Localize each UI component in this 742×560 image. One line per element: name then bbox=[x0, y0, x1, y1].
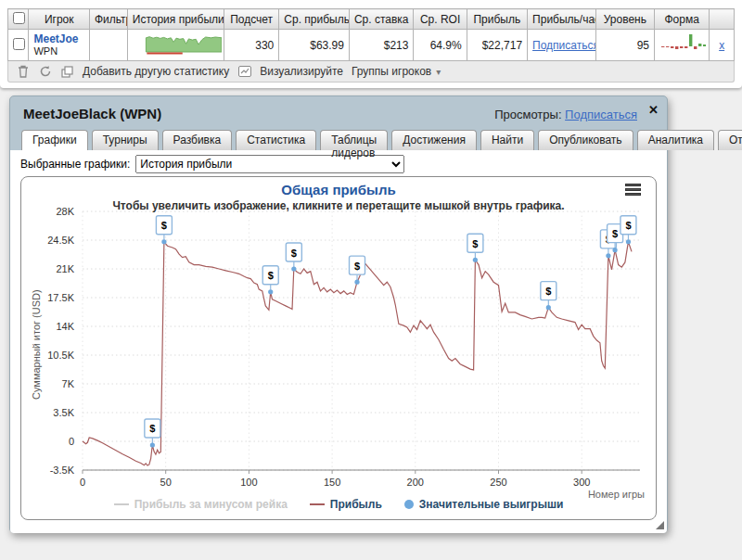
legend-item[interactable]: Прибыль за минусом рейка bbox=[114, 498, 288, 511]
player-network: WPN bbox=[33, 45, 83, 57]
tab-4[interactable]: Статистика bbox=[236, 130, 316, 150]
tab-8[interactable]: Опубликовать bbox=[538, 130, 633, 150]
svg-text:$: $ bbox=[612, 228, 618, 239]
svg-text:150: 150 bbox=[324, 477, 340, 488]
column-header[interactable]: История прибыли bbox=[127, 9, 224, 30]
svg-text:$: $ bbox=[625, 220, 631, 231]
chart-title: Общая прибыль bbox=[21, 182, 656, 197]
column-header[interactable]: Уровень bbox=[595, 9, 654, 30]
form-cell bbox=[655, 30, 710, 61]
legend-swatch bbox=[310, 503, 325, 505]
player-groups-button[interactable]: Группы игроков ▾ bbox=[352, 65, 441, 78]
column-header[interactable]: Ср. ставка bbox=[349, 9, 414, 30]
visualize-icon[interactable] bbox=[237, 65, 251, 79]
chart-menu-icon[interactable] bbox=[625, 184, 641, 196]
visualize-button[interactable]: Визуализируйте bbox=[260, 65, 343, 78]
remove-row-link[interactable]: x bbox=[719, 39, 724, 52]
profit-chart: 05010015020025030028K24.5K21K17.5K14K10.… bbox=[21, 177, 656, 519]
refresh-icon[interactable] bbox=[38, 65, 52, 79]
trash-icon[interactable] bbox=[16, 65, 30, 79]
player-link[interactable]: MeetJoe bbox=[33, 33, 83, 45]
svg-text:21K: 21K bbox=[56, 263, 74, 274]
player-cell: MeetJoe WPN bbox=[29, 30, 89, 61]
av-roi-cell: 64.9% bbox=[414, 30, 467, 61]
svg-text:$: $ bbox=[545, 286, 551, 297]
chevron-down-icon: ▾ bbox=[436, 67, 441, 77]
svg-text:3.5K: 3.5K bbox=[53, 407, 74, 418]
tab-6[interactable]: Достижения bbox=[391, 130, 477, 150]
y-axis-title: Суммарный итог (USD) bbox=[31, 289, 42, 400]
profit-per-hour-cell: Подписаться bbox=[528, 30, 596, 61]
stats-toolbar: Добавить другую статистику Визуализируйт… bbox=[7, 61, 735, 83]
row-select-cell bbox=[8, 30, 29, 61]
count-cell: 330 bbox=[224, 30, 279, 61]
column-header[interactable]: Прибыль bbox=[467, 9, 527, 30]
legend-label: Прибыль за минусом рейка bbox=[134, 498, 288, 511]
stats-panel: ИгрокФильтрИстория прибылиПодсчетСр. при… bbox=[0, 0, 742, 88]
legend-item[interactable]: Прибыль bbox=[310, 498, 382, 511]
add-stat-label: Добавить другую статистику bbox=[83, 65, 229, 78]
svg-text:$: $ bbox=[268, 270, 274, 281]
select-all-checkbox[interactable] bbox=[13, 12, 25, 24]
svg-text:-3.5K: -3.5K bbox=[50, 465, 75, 476]
column-header[interactable]: Форма bbox=[655, 9, 710, 30]
column-header[interactable]: Фильтр bbox=[89, 9, 127, 30]
column-header[interactable]: Ср. ROI bbox=[414, 9, 467, 30]
svg-text:50: 50 bbox=[160, 477, 172, 488]
popup-tabs: ГрафикиТурнирыРазбивкаСтатистикаТаблицы … bbox=[21, 130, 742, 150]
svg-text:$: $ bbox=[354, 261, 360, 272]
column-header[interactable]: Игрок bbox=[29, 9, 89, 30]
column-header[interactable]: Подсчет bbox=[224, 9, 279, 30]
copy-icon[interactable] bbox=[60, 65, 74, 79]
svg-text:250: 250 bbox=[490, 477, 506, 488]
legend-label: Прибыль bbox=[330, 498, 382, 511]
profit-sparkline bbox=[133, 32, 222, 56]
svg-text:200: 200 bbox=[407, 477, 424, 488]
stats-table: ИгрокФильтрИстория прибылиПодсчетСр. при… bbox=[7, 8, 735, 61]
svg-text:$: $ bbox=[161, 220, 167, 231]
chart-legend: Прибыль за минусом рейкаПрибыльЗначитель… bbox=[21, 498, 656, 511]
graph-select-label: Выбранные графики: bbox=[20, 158, 130, 171]
table-row: MeetJoe WPN 330 $63.99 $213 64.9% $22,71… bbox=[8, 30, 735, 61]
svg-text:14K: 14K bbox=[56, 321, 74, 332]
tab-3[interactable]: Разбивка bbox=[162, 130, 233, 150]
legend-swatch bbox=[114, 503, 129, 505]
chart-subtitle: Чтобы увеличить изображение, кликните и … bbox=[21, 199, 656, 212]
column-header[interactable]: Прибыль/час bbox=[528, 9, 596, 30]
filter-cell bbox=[89, 30, 127, 61]
row-checkbox[interactable] bbox=[13, 38, 25, 50]
subscribe-link[interactable]: Подписаться bbox=[532, 39, 595, 52]
svg-text:17.5K: 17.5K bbox=[47, 292, 74, 303]
level-cell: 95 bbox=[595, 30, 654, 61]
visualize-label: Визуализируйте bbox=[260, 65, 343, 78]
tab-9[interactable]: Аналитика bbox=[637, 130, 714, 150]
tab-5[interactable]: Таблицы лидеров bbox=[320, 130, 388, 150]
views-label: Просмотры: bbox=[494, 108, 565, 121]
profit-cell: $22,717 bbox=[467, 30, 527, 61]
views-row: Просмотры: Подписаться bbox=[494, 108, 637, 121]
player-groups-label: Группы игроков bbox=[352, 65, 431, 78]
legend-item[interactable]: Значительные выигрыши bbox=[404, 498, 564, 511]
player-popup: MeetJoeBlack (WPN) Просмотры: Подписатьс… bbox=[9, 95, 668, 533]
select-all-header bbox=[8, 9, 29, 30]
av-stake-cell: $213 bbox=[349, 30, 414, 61]
svg-text:$: $ bbox=[291, 248, 297, 259]
resize-handle-icon[interactable] bbox=[656, 521, 664, 529]
svg-text:$: $ bbox=[149, 423, 155, 434]
close-icon[interactable]: ✕ bbox=[648, 103, 659, 117]
views-subscribe-link[interactable]: Подписаться bbox=[565, 108, 637, 121]
stats-header-row: ИгрокФильтрИстория прибылиПодсчетСр. при… bbox=[8, 9, 735, 30]
add-stat-button[interactable]: Добавить другую статистику bbox=[83, 65, 229, 78]
svg-text:300: 300 bbox=[573, 477, 590, 488]
column-header[interactable]: Ср. прибыль bbox=[279, 9, 350, 30]
svg-text:100: 100 bbox=[240, 477, 257, 488]
profit-history-cell[interactable] bbox=[127, 30, 224, 61]
tab-7[interactable]: Найти bbox=[480, 130, 534, 150]
column-header-empty bbox=[710, 9, 735, 30]
tab-1[interactable]: Графики bbox=[21, 130, 88, 150]
tab-10[interactable]: Отчёты bbox=[718, 130, 742, 150]
legend-label: Значительные выигрыши bbox=[419, 498, 564, 511]
chart-container[interactable]: Общая прибыль Чтобы увеличить изображени… bbox=[20, 176, 657, 520]
popup-content: Выбранные графики: История прибыли Общая… bbox=[10, 150, 667, 533]
tab-2[interactable]: Турниры bbox=[92, 130, 159, 150]
